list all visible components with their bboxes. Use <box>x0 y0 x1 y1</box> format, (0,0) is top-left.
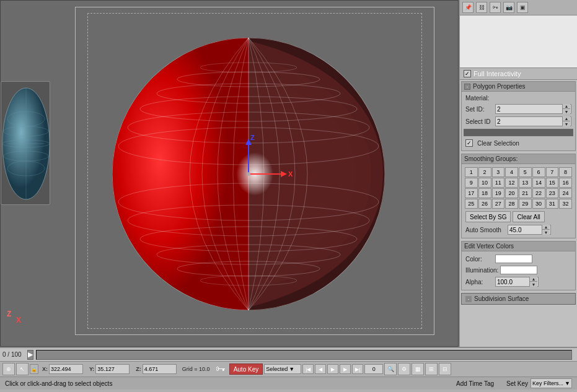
select-id-spinner[interactable]: ▲ ▼ <box>562 116 570 126</box>
link-icon[interactable]: ⛓ <box>476 2 487 13</box>
viewport-area[interactable]: Z X Z X <box>0 0 459 347</box>
x-input[interactable] <box>49 364 83 374</box>
auto-smooth-spinner[interactable]: ▲ ▼ <box>542 225 549 235</box>
sg-btn-11[interactable]: 11 <box>492 178 505 188</box>
alpha-label: Alpha: <box>465 279 493 285</box>
select-mode-btn[interactable]: ⊕ <box>2 363 15 375</box>
set-id-spinner[interactable]: ▲ ▼ <box>562 104 570 114</box>
timeline-track[interactable] <box>36 350 572 360</box>
small-viewport[interactable] <box>1 81 50 205</box>
y-coord-field: Y: <box>89 364 130 374</box>
sg-btn-8[interactable]: 8 <box>559 167 572 177</box>
set-id-down[interactable]: ▼ <box>563 109 570 114</box>
sg-btn-17[interactable]: 17 <box>465 188 478 198</box>
alpha-down[interactable]: ▼ <box>530 282 537 287</box>
color-row: Color: <box>464 253 573 264</box>
illumination-swatch[interactable] <box>500 266 537 274</box>
sg-btn-22[interactable]: 22 <box>532 188 545 198</box>
edit-vertex-colors-content: Color: Illumination: Alpha: 100.0 ▲ ▼ <box>462 251 575 290</box>
sg-btn-19[interactable]: 19 <box>492 188 505 198</box>
full-interactivity-checkbox[interactable] <box>464 70 471 77</box>
pin-icon[interactable]: 📌 <box>462 2 473 13</box>
subdivision-collapse[interactable]: - <box>465 296 472 302</box>
sg-btn-24[interactable]: 24 <box>559 188 572 198</box>
illumination-label: Illumination: <box>465 267 498 274</box>
auto-smooth-up[interactable]: ▲ <box>542 225 550 230</box>
timeline-arrow[interactable]: ▶ <box>27 350 33 360</box>
y-label: Y: <box>89 366 94 372</box>
sg-btn-13[interactable]: 13 <box>519 178 532 188</box>
select-id-up[interactable]: ▲ <box>563 116 570 121</box>
alpha-row: Alpha: 100.0 ▲ ▼ <box>464 276 573 288</box>
sg-btn-2[interactable]: 2 <box>478 167 491 177</box>
sg-btn-9[interactable]: 9 <box>465 178 478 188</box>
sg-btn-5[interactable]: 5 <box>519 167 532 177</box>
alpha-up[interactable]: ▲ <box>530 277 537 282</box>
z-coord-field: Z: <box>136 364 177 374</box>
sg-btn-32[interactable]: 32 <box>559 199 572 209</box>
sg-btn-15[interactable]: 15 <box>546 178 559 188</box>
alpha-input[interactable]: 100.0 ▲ ▼ <box>495 277 539 287</box>
next-frame-button[interactable]: ▶ <box>340 364 351 374</box>
sg-btn-25[interactable]: 25 <box>465 199 478 209</box>
play-button[interactable]: ▶ <box>327 364 338 374</box>
settings-btn[interactable]: ⚙ <box>398 363 410 375</box>
material-label: Material: <box>464 94 573 103</box>
sg-btn-12[interactable]: 12 <box>505 178 518 188</box>
z-input[interactable] <box>143 364 177 374</box>
grid-btn[interactable]: ▦ <box>412 363 424 375</box>
set-id-up[interactable]: ▲ <box>563 104 570 109</box>
filter-btn[interactable]: ⊞ <box>425 363 438 375</box>
color-label: Color: <box>465 256 493 263</box>
smoothing-groups-content: 1 2 3 4 5 6 7 8 9 10 11 12 13 14 15 16 <box>462 164 575 238</box>
selected-dropdown[interactable]: Selected ▼ <box>264 364 301 374</box>
sg-btn-20[interactable]: 20 <box>505 188 518 198</box>
sg-btn-3[interactable]: 3 <box>492 167 505 177</box>
sg-btn-28[interactable]: 28 <box>505 199 518 209</box>
x-axis-label: X <box>16 316 21 324</box>
sg-btn-6[interactable]: 6 <box>532 167 545 177</box>
set-id-input[interactable]: 2 ▲ ▼ <box>495 104 571 114</box>
sg-btn-30[interactable]: 30 <box>532 199 545 209</box>
sg-btn-27[interactable]: 27 <box>492 199 505 209</box>
bottom-bar: 0 / 100 ▶ ⊕ ↖ 🔒 X: Y: Z: Grid = 10.0 🗝 <box>0 347 577 392</box>
sg-btn-10[interactable]: 10 <box>478 178 491 188</box>
frame-number-input[interactable] <box>364 364 383 374</box>
sg-btn-16[interactable]: 16 <box>559 178 572 188</box>
sg-btn-29[interactable]: 29 <box>519 199 532 209</box>
sg-btn-21[interactable]: 21 <box>519 188 532 198</box>
prev-frame-button[interactable]: ◀ <box>315 364 326 374</box>
sg-btn-4[interactable]: 4 <box>505 167 518 177</box>
color-swatch[interactable] <box>495 255 532 263</box>
sg-btn-1[interactable]: 1 <box>465 167 478 177</box>
key-filters-dropdown[interactable]: Key Filters... ▼ <box>531 378 572 388</box>
auto-key-button[interactable]: Auto Key <box>229 364 263 375</box>
select-id-input[interactable]: 2 ▲ ▼ <box>495 116 571 126</box>
extra-btn[interactable]: ⊟ <box>439 363 451 375</box>
sg-btn-26[interactable]: 26 <box>478 199 491 209</box>
polygon-properties-collapse[interactable]: - <box>464 84 470 90</box>
sg-btn-7[interactable]: 7 <box>546 167 559 177</box>
smoothing-groups-title: Smoothing Groups: <box>464 155 518 162</box>
y-input[interactable] <box>95 364 130 374</box>
auto-smooth-down[interactable]: ▼ <box>542 230 550 235</box>
auto-smooth-input[interactable]: 45.0 ▲ ▼ <box>508 225 551 235</box>
alpha-spinner[interactable]: ▲ ▼ <box>529 277 537 287</box>
zoom-in-btn[interactable]: 🔍 <box>384 363 397 375</box>
select-by-sg-button[interactable]: Select By SG <box>465 211 511 222</box>
sg-btn-31[interactable]: 31 <box>546 199 559 209</box>
camera-icon[interactable]: 📷 <box>503 2 514 13</box>
clear-all-button[interactable]: Clear All <box>513 211 544 222</box>
sg-btn-23[interactable]: 23 <box>546 188 559 198</box>
skip-first-button[interactable]: |◀ <box>302 364 314 374</box>
subdivision-surface-button[interactable]: - Subdivision Surface <box>461 293 576 305</box>
skip-last-button[interactable]: ▶| <box>352 364 363 374</box>
sg-btn-14[interactable]: 14 <box>532 178 545 188</box>
sg-btn-18[interactable]: 18 <box>478 188 491 198</box>
cursor-btn[interactable]: ↖ <box>16 363 29 375</box>
key-icon[interactable]: 🗝 <box>490 2 501 13</box>
select-id-down[interactable]: ▼ <box>563 121 570 126</box>
layer-icon[interactable]: ▣ <box>517 2 528 13</box>
clear-selection-checkbox[interactable] <box>465 139 473 147</box>
lock-button[interactable]: 🔒 <box>30 364 38 374</box>
